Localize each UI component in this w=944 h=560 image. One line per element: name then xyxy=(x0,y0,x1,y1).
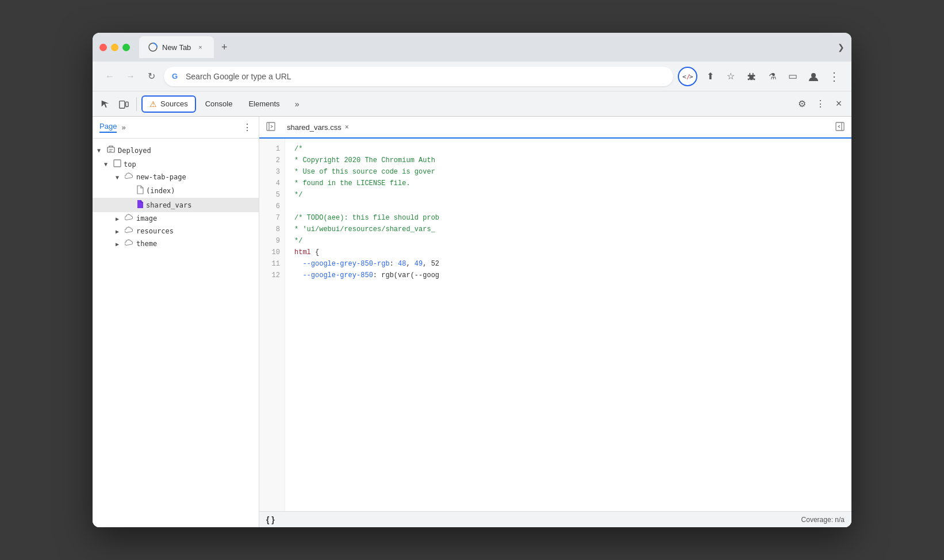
profile-button[interactable] xyxy=(805,68,822,85)
tree-item-shared-vars[interactable]: shared_vars xyxy=(93,198,259,212)
tab-console[interactable]: Console xyxy=(198,95,240,113)
line-num-5: 5 xyxy=(259,189,285,201)
editor-tab-bar: shared_vars.css × xyxy=(259,117,851,139)
tree-item-index[interactable]: (index) xyxy=(93,183,259,198)
sidebar-toggle-button[interactable]: ▭ xyxy=(785,68,801,85)
tab-sources[interactable]: ⚠ Sources xyxy=(141,95,196,113)
code-editor: shared_vars.css × 1 2 xyxy=(259,117,851,527)
new-tab-page-label: new-tab-page xyxy=(136,173,186,181)
code-line-7: /* TODO(aee): this file should prob xyxy=(294,212,842,224)
tree-item-image[interactable]: ▶ image xyxy=(93,212,259,225)
code-content: 1 2 3 4 5 6 7 8 9 10 11 12 /* xyxy=(259,139,851,511)
devtools-body: Page » ⋮ ▼ xyxy=(93,117,851,527)
resources-cloud-icon xyxy=(125,227,134,236)
code-line-9: */ xyxy=(294,235,842,247)
minimize-window-button[interactable] xyxy=(111,44,118,51)
line-numbers: 1 2 3 4 5 6 7 8 9 10 11 12 xyxy=(259,139,285,511)
maximize-window-button[interactable] xyxy=(122,44,130,51)
editor-active-tab[interactable]: shared_vars.css × xyxy=(282,121,354,134)
svg-rect-6 xyxy=(126,102,129,106)
svg-rect-5 xyxy=(120,101,125,108)
sidebar-header: Page » ⋮ xyxy=(93,117,259,139)
sidebar-options-button[interactable]: ⋮ xyxy=(243,122,252,133)
device-toolbar-button[interactable] xyxy=(116,96,132,112)
more-tabs-button[interactable]: » xyxy=(289,96,305,112)
tree-item-top[interactable]: ▼ top xyxy=(93,158,259,171)
title-bar: New Tab × + ❯ xyxy=(93,33,851,62)
forward-button[interactable]: → xyxy=(122,68,139,85)
tree-item-resources[interactable]: ▶ resources xyxy=(93,225,259,237)
line-num-11: 11 xyxy=(259,258,285,270)
svg-text:>: > xyxy=(689,73,693,80)
index-label: (index) xyxy=(146,187,175,195)
shared-vars-label: shared_vars xyxy=(146,201,191,209)
tab-chevron-icon[interactable]: ❯ xyxy=(838,43,845,52)
tree-arrow-deployed: ▼ xyxy=(97,147,104,154)
line-num-9: 9 xyxy=(259,235,285,247)
address-bar[interactable]: G Search Google or type a URL xyxy=(164,67,673,86)
tree-arrow-new-tab-page: ▼ xyxy=(116,174,122,181)
settings-button[interactable]: ⚙ xyxy=(794,96,810,112)
line-num-4: 4 xyxy=(259,178,285,189)
tab-close-button[interactable]: × xyxy=(195,43,205,52)
bookmark-button[interactable]: ☆ xyxy=(723,68,739,85)
pretty-print-button[interactable]: { } xyxy=(266,515,275,524)
extensions-button[interactable] xyxy=(743,68,759,85)
collapse-sidebar-button[interactable] xyxy=(266,122,275,133)
tab-elements[interactable]: Elements xyxy=(241,95,286,113)
line-num-1: 1 xyxy=(259,143,285,155)
inspector-tool-button[interactable] xyxy=(97,96,113,112)
tree-item-deployed[interactable]: ▼ Deployed xyxy=(93,143,259,158)
file-tree: ▼ Deployed ▼ xyxy=(93,139,259,527)
deployed-icon xyxy=(106,145,116,156)
elements-tab-label: Elements xyxy=(248,99,279,108)
close-devtools-button[interactable]: × xyxy=(831,96,847,112)
browser-window: New Tab × + ❯ ← → ↻ G Search Google or t… xyxy=(93,33,851,527)
sidebar-more-tabs-icon[interactable]: » xyxy=(121,123,125,132)
more-devtools-options-button[interactable]: ⋮ xyxy=(812,96,828,112)
tree-item-new-tab-page[interactable]: ▼ new-tab-page xyxy=(93,171,259,183)
code-line-6 xyxy=(294,201,842,212)
code-lines: /* * Copyright 2020 The Chromium Auth * … xyxy=(285,139,851,511)
share-button[interactable]: ⬆ xyxy=(702,68,718,85)
line-num-2: 2 xyxy=(259,155,285,166)
svg-rect-13 xyxy=(836,122,844,131)
svg-text:<: < xyxy=(682,73,686,80)
top-icon xyxy=(113,159,121,169)
line-num-12: 12 xyxy=(259,270,285,281)
refresh-button[interactable]: ↻ xyxy=(143,68,159,85)
collapse-editor-button[interactable] xyxy=(835,122,845,133)
tree-arrow-resources: ▶ xyxy=(116,228,122,235)
back-button[interactable]: ← xyxy=(102,68,118,85)
tab-title: New Tab xyxy=(162,43,191,52)
resources-label: resources xyxy=(136,227,174,235)
svg-point-4 xyxy=(811,73,816,78)
devtools-toggle-button[interactable]: < / > xyxy=(678,67,697,86)
sources-sidebar: Page » ⋮ ▼ xyxy=(93,117,259,527)
code-line-12: --google-grey-850: rgb(var(--goog xyxy=(294,270,842,281)
code-line-11: --google-grey-850-rgb: 48, 49, 52 xyxy=(294,258,842,270)
warning-icon: ⚠ xyxy=(149,99,157,109)
svg-rect-10 xyxy=(114,160,121,167)
code-line-4: * found in the LICENSE file. xyxy=(294,178,842,189)
active-tab[interactable]: New Tab × xyxy=(139,36,214,58)
sidebar-page-tab[interactable]: Page xyxy=(99,122,117,133)
new-tab-page-cloud-icon xyxy=(125,172,134,182)
flask-icon: ⚗ xyxy=(764,68,780,85)
tree-item-theme[interactable]: ▶ theme xyxy=(93,237,259,250)
tree-arrow-image: ▶ xyxy=(116,216,122,222)
more-options-button[interactable]: ⋮ xyxy=(826,68,842,85)
code-line-1: /* xyxy=(294,143,842,155)
line-num-6: 6 xyxy=(259,201,285,212)
code-line-2: * Copyright 2020 The Chromium Auth xyxy=(294,155,842,166)
index-file-icon xyxy=(136,185,144,196)
nav-bar: ← → ↻ G Search Google or type a URL < / … xyxy=(93,62,851,91)
image-label: image xyxy=(136,214,157,223)
code-line-3: * Use of this source code is gover xyxy=(294,166,842,178)
svg-rect-11 xyxy=(267,122,275,131)
editor-close-tab-button[interactable]: × xyxy=(345,123,349,131)
tree-arrow-top: ▼ xyxy=(104,161,111,167)
new-tab-button[interactable]: + xyxy=(216,39,232,55)
theme-label: theme xyxy=(136,240,157,248)
close-window-button[interactable] xyxy=(99,44,107,51)
